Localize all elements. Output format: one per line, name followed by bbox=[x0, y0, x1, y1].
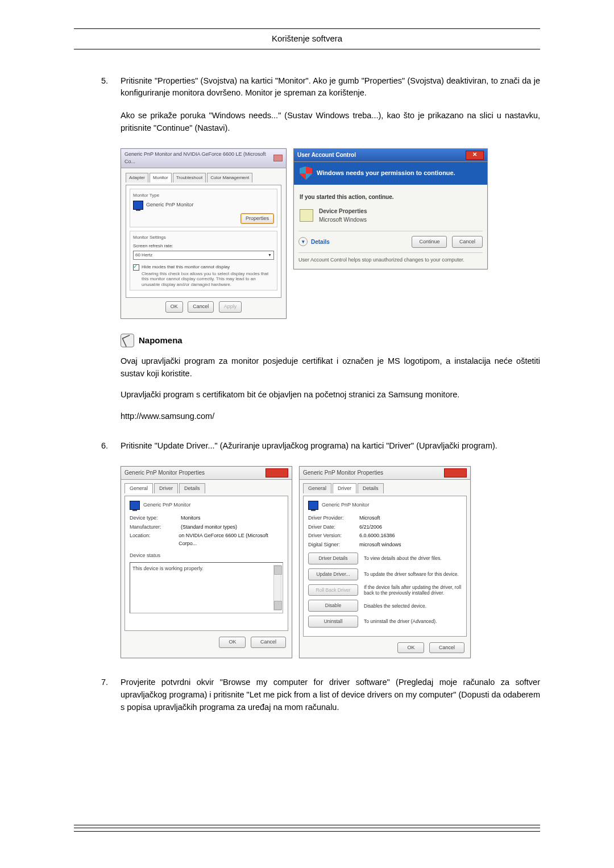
uac-dialog: User Account Control ✕ Windows needs you… bbox=[293, 148, 488, 269]
monitor-settings-label: Monitor Settings bbox=[133, 234, 274, 241]
tab-general[interactable]: General bbox=[125, 483, 153, 494]
step-number: 6. bbox=[101, 440, 121, 452]
kv-val: 6.0.6000.16386 bbox=[359, 532, 395, 540]
hide-modes-label: Hide modes that this monitor cannot disp… bbox=[142, 264, 274, 270]
close-icon[interactable] bbox=[273, 155, 283, 161]
update-driver-button[interactable]: Update Driver... bbox=[308, 568, 358, 580]
ok-button[interactable]: OK bbox=[165, 301, 183, 313]
note-url: http://www.samsung.com/ bbox=[121, 410, 540, 423]
step-6: 6. Pritisnite "Update Driver..." (Ažurir… bbox=[101, 440, 540, 463]
tab-monitor[interactable]: Monitor bbox=[150, 173, 172, 182]
close-icon[interactable]: ✕ bbox=[466, 151, 484, 160]
note-para1: Ovaj upravljački program za monitor posj… bbox=[121, 355, 540, 380]
chevron-down-icon: ▼ bbox=[268, 252, 272, 259]
scrollbar[interactable] bbox=[273, 565, 281, 610]
uac-hint: If you started this action, continue. bbox=[300, 193, 482, 201]
cancel-button[interactable]: Cancel bbox=[251, 637, 286, 648]
kv-val: 6/21/2006 bbox=[359, 524, 382, 531]
note-block: Napomena Ovaj upravljački program za mon… bbox=[121, 334, 540, 423]
note-icon bbox=[121, 334, 134, 347]
monitor-icon bbox=[133, 201, 143, 210]
hide-modes-checkbox[interactable] bbox=[133, 264, 139, 271]
page-title: Korištenje softvera bbox=[74, 32, 540, 49]
kv-val: on NVIDIA GeForce 6600 LE (Microsoft Cor… bbox=[179, 532, 283, 547]
props-driver-dialog: Generic PnP Monitor Properties General D… bbox=[299, 466, 471, 659]
refresh-rate-value: 60 Hertz bbox=[135, 252, 152, 259]
tab-general[interactable]: General bbox=[303, 483, 331, 494]
step-number: 7. bbox=[101, 676, 121, 689]
uninstall-desc: To uninstall the driver (Advanced). bbox=[364, 618, 462, 624]
rollback-driver-desc: If the device fails after updating the d… bbox=[364, 584, 462, 596]
cancel-button[interactable]: Cancel bbox=[452, 236, 483, 248]
properties-button[interactable]: Properties bbox=[240, 213, 274, 225]
step-5: 5. Pritisnite "Properties" (Svojstva) na… bbox=[101, 75, 540, 145]
cancel-button[interactable]: Cancel bbox=[429, 642, 464, 654]
step6-text: Pritisnite "Update Driver..." (Ažuriranj… bbox=[121, 440, 540, 452]
kv-key: Driver Date: bbox=[308, 524, 359, 531]
hide-modes-desc: Clearing this check box allows you to se… bbox=[142, 271, 274, 288]
disable-button[interactable]: Disable bbox=[308, 600, 358, 612]
disable-desc: Disables the selected device. bbox=[364, 603, 462, 609]
rollback-driver-button[interactable]: Roll Back Driver bbox=[308, 584, 358, 596]
monitor-name: Generic PnP Monitor bbox=[146, 201, 193, 209]
props-general-dialog: Generic PnP Monitor Properties General D… bbox=[121, 466, 292, 659]
dialog-title: Generic PnP Monitor Properties bbox=[125, 468, 205, 477]
kv-val: microsoft windows bbox=[359, 541, 401, 549]
tab-troubleshoot[interactable]: Troubleshoot bbox=[173, 173, 206, 182]
tab-adapter[interactable]: Adapter bbox=[126, 173, 148, 182]
dialog-title: Generic PnP Monitor Properties bbox=[303, 468, 383, 477]
shield-icon bbox=[300, 167, 312, 180]
update-driver-desc: To update the driver software for this d… bbox=[364, 571, 462, 577]
details-label: Details bbox=[311, 238, 330, 246]
continue-button[interactable]: Continue bbox=[412, 236, 447, 248]
kv-val: Microsoft bbox=[359, 514, 380, 522]
uac-headline: Windows needs your permission to contion… bbox=[317, 168, 455, 178]
uac-title: User Account Control bbox=[297, 151, 356, 159]
driver-details-button[interactable]: Driver Details bbox=[308, 553, 358, 564]
uac-footer: User Account Control helps stop unauthor… bbox=[298, 252, 483, 264]
monitor-icon bbox=[130, 501, 140, 510]
apply-button[interactable]: Apply bbox=[219, 301, 242, 313]
tab-details[interactable]: Details bbox=[358, 483, 384, 494]
tab-driver[interactable]: Driver bbox=[154, 483, 178, 494]
device-icon bbox=[300, 209, 313, 222]
chevron-down-icon: ▾ bbox=[298, 237, 308, 246]
tab-driver[interactable]: Driver bbox=[333, 483, 356, 494]
tab-details[interactable]: Details bbox=[179, 483, 205, 494]
monitor-name: Generic PnP Monitor bbox=[143, 501, 190, 509]
tab-color-management[interactable]: Color Management bbox=[207, 173, 252, 182]
step7-text: Provjerite potvrdni okvir "Browse my com… bbox=[121, 676, 540, 713]
kv-key: Digital Signer: bbox=[308, 541, 359, 549]
uac-device-line1: Device Properties bbox=[319, 207, 367, 215]
close-icon[interactable] bbox=[444, 468, 467, 477]
monitor-properties-dialog: Generic PnP Monitor and NVIDIA GeForce 6… bbox=[121, 148, 287, 319]
monitor-icon bbox=[308, 501, 318, 510]
refresh-rate-label: Screen refresh rate: bbox=[133, 243, 274, 250]
step-7: 7. Provjerite potvrdni okvir "Browse my … bbox=[101, 676, 540, 724]
close-icon[interactable] bbox=[265, 468, 288, 477]
uac-details-toggle[interactable]: ▾ Details bbox=[298, 237, 330, 246]
note-para2: Upravljački program s certifikatom bit ć… bbox=[121, 389, 540, 401]
note-heading: Napomena bbox=[139, 334, 182, 347]
step5-para2: Ako se prikaže poruka "Windows needs..."… bbox=[121, 110, 540, 135]
uac-device-line2: Microsoft Windows bbox=[319, 215, 367, 224]
cancel-button[interactable]: Cancel bbox=[188, 301, 214, 313]
kv-val: Monitors bbox=[181, 514, 201, 522]
kv-key: Location: bbox=[130, 532, 179, 547]
kv-key: Manufacturer: bbox=[130, 524, 181, 531]
kv-key: Driver Version: bbox=[308, 532, 359, 540]
device-status-text: This device is working properly. bbox=[132, 566, 204, 571]
driver-details-desc: To view details about the driver files. bbox=[364, 555, 462, 561]
kv-key: Driver Provider: bbox=[308, 514, 359, 522]
step-number: 5. bbox=[101, 75, 121, 88]
kv-val: (Standard monitor types) bbox=[181, 524, 237, 531]
refresh-rate-select[interactable]: 60 Hertz ▼ bbox=[133, 251, 274, 260]
uninstall-button[interactable]: Uninstall bbox=[308, 616, 358, 628]
ok-button[interactable]: OK bbox=[397, 642, 424, 654]
ok-button[interactable]: OK bbox=[219, 637, 246, 648]
monitor-type-label: Monitor Type bbox=[133, 192, 274, 199]
monitor-name: Generic PnP Monitor bbox=[322, 501, 369, 509]
step5-para1: Pritisnite "Properties" (Svojstva) na ka… bbox=[121, 75, 540, 100]
dialog-title: Generic PnP Monitor and NVIDIA GeForce 6… bbox=[125, 151, 273, 166]
device-status-label: Device status bbox=[130, 552, 283, 560]
